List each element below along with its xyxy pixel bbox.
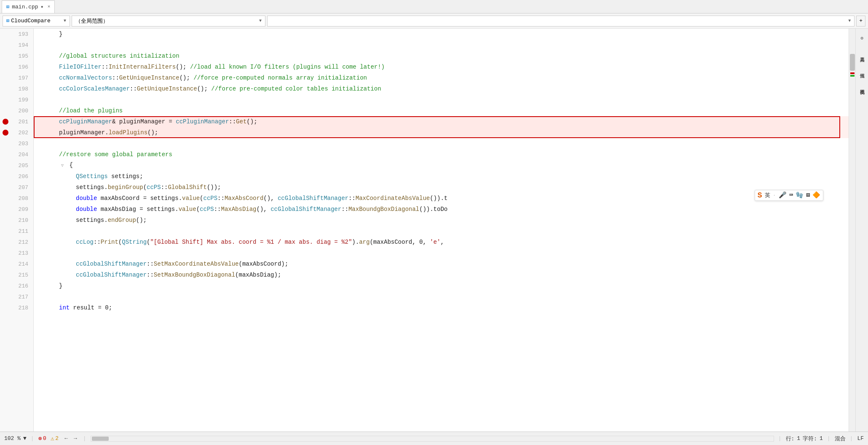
line-num-216: 216 [0, 280, 33, 291]
breakpoint-201[interactable] [3, 119, 8, 125]
horizontal-scroll-thumb[interactable] [92, 437, 109, 441]
nav-forward-button[interactable]: → [72, 435, 79, 442]
code-line-206[interactable]: QSettings settings; [34, 171, 849, 182]
line-num-193: 193 [0, 29, 33, 40]
line-num-207: 207 [0, 182, 33, 193]
line-num-208: 208 [0, 193, 33, 204]
tab-bar: ⊞ main.cpp ● × [0, 0, 868, 13]
line-num-197: 197 [0, 72, 33, 83]
file-dropdown-arrow: ▼ [64, 19, 66, 23]
tab-modified-indicator: ● [41, 5, 43, 9]
code-line-218[interactable]: int result = 0; [34, 302, 849, 313]
add-button[interactable]: + [856, 16, 865, 27]
editor-container: 193 194 195 196 197 198 199 200 201 202 … [0, 29, 868, 432]
sougou-skin-icon[interactable]: 🔶 [812, 191, 820, 199]
code-line-213[interactable] [34, 248, 849, 258]
toolbar: ⊞ CloudCompare ▼ （全局范围） ▼ ▼ + [0, 13, 868, 29]
code-line-207[interactable]: settings.beginGroup(ccPS::GlobalShift())… [34, 182, 849, 193]
code-line-199[interactable] [34, 94, 849, 105]
line-num-214: 214 [0, 258, 33, 269]
line-num-198: 198 [0, 83, 33, 94]
line-num-213: 213 [0, 248, 33, 258]
zoom-level[interactable]: 102 % [4, 435, 21, 442]
line-num-195: 195 [0, 51, 33, 61]
scope-dropdown[interactable]: （全局范围） ▼ [72, 16, 265, 27]
col-number: 1 [820, 435, 823, 442]
line-num-204: 204 [0, 149, 33, 160]
error-section: ⊗ 0 [38, 435, 46, 442]
sep2: | [83, 435, 86, 442]
line-num-215: 215 [0, 269, 33, 280]
line-num-210: 210 [0, 215, 33, 226]
code-line-212[interactable]: ccLog::Print(QString("[Global Shift] Max… [34, 237, 849, 248]
encoding-label[interactable]: 混合 [835, 435, 846, 442]
zoom-dropdown-arrow[interactable]: ▼ [23, 435, 27, 442]
line-num-194: 194 [0, 40, 33, 51]
col-label: 字符: [803, 435, 817, 442]
sougou-lang: 英 [765, 192, 770, 199]
line-num-206: 206 [0, 171, 33, 182]
method-dropdown-arrow: ▼ [848, 19, 851, 23]
line-ending-label[interactable]: LF [857, 435, 864, 442]
code-line-215[interactable]: ccGlobalShiftManager::SetMaxBoundgBoxDia… [34, 269, 849, 280]
code-line-193[interactable]: } [34, 29, 849, 40]
code-line-198[interactable]: ccColorScalesManager::GetUniqueInstance(… [34, 83, 849, 94]
method-dropdown[interactable]: ▼ [267, 16, 855, 27]
code-line-202[interactable]: pluginManager.loadPlugins(); [34, 127, 849, 138]
line-num-201: 201 [0, 116, 33, 127]
code-line-196[interactable]: FileIOFilter::InitInternalFilters(); //l… [34, 61, 849, 72]
fold-arrow-205[interactable]: ▽ [59, 163, 66, 169]
sougou-emoji-icon[interactable]: 🧤 [796, 191, 804, 199]
sep4: | [827, 435, 830, 442]
position-section: 行: 1 字符: 1 [786, 435, 823, 442]
file-dropdown-label: CloudCompare [11, 18, 51, 24]
vertical-scrollbar[interactable] [849, 29, 855, 432]
code-line-205[interactable]: ▽ { [34, 160, 849, 171]
sep3: | [778, 435, 782, 442]
error-icon: ⊗ [38, 435, 42, 442]
code-line-201[interactable]: ccPluginManager& pluginManager = ccPlugi… [34, 116, 849, 127]
tab-close-button[interactable]: × [48, 4, 51, 9]
code-line-216[interactable]: } [34, 280, 849, 291]
code-line-203[interactable] [34, 138, 849, 149]
scroll-thumb[interactable] [850, 54, 855, 71]
code-line-200[interactable]: //load the plugins [34, 105, 849, 116]
warning-count: 2 [55, 435, 59, 442]
line-num-217: 217 [0, 291, 33, 302]
code-line-194[interactable] [34, 40, 849, 51]
code-area[interactable]: S 英 · 🎤 ⌨ 🧤 ⊞ 🔶 } //global structures in… [34, 29, 849, 432]
zoom-section: 102 % ▼ [4, 435, 27, 442]
sep1: | [31, 435, 34, 442]
code-line-209[interactable]: double maxAbsDiag = settings.value(ccPS:… [34, 204, 849, 215]
right-panel-btn-2[interactable]: 工具箱 [857, 49, 867, 59]
main-cpp-tab[interactable]: ⊞ main.cpp ● × [2, 0, 55, 13]
line-num-205: 205 [0, 160, 33, 171]
nav-back-button[interactable]: ← [63, 435, 70, 442]
horizontal-scrollbar[interactable] [91, 436, 774, 442]
sougou-mic-icon[interactable]: 🎤 [779, 191, 787, 199]
add-icon: + [859, 18, 863, 24]
error-count: 0 [43, 435, 46, 442]
line-numbers: 193 194 195 196 197 198 199 200 201 202 … [0, 29, 34, 432]
sougou-keyboard-icon[interactable]: ⌨ [789, 191, 793, 199]
code-line-204[interactable]: //restore some global parameters [34, 149, 849, 160]
code-line-210[interactable]: settings.endGroup(); [34, 215, 849, 226]
right-panel-btn-4[interactable]: 类视图 [857, 81, 867, 91]
sougou-toolbar: S 英 · 🎤 ⌨ 🧤 ⊞ 🔶 [755, 190, 823, 201]
breakpoint-202[interactable] [3, 130, 8, 136]
right-panel-btn-3[interactable]: 属性 [857, 65, 867, 75]
right-panel-btn-1[interactable]: ⚙ [857, 33, 867, 43]
code-line-197[interactable]: ccNormalVectors::GetUniqueInstance(); //… [34, 72, 849, 83]
code-line-211[interactable] [34, 226, 849, 237]
file-dropdown[interactable]: ⊞ CloudCompare ▼ [3, 16, 70, 27]
code-line-208[interactable]: double maxAbsCoord = settings.value(ccPS… [34, 193, 849, 204]
code-line-195[interactable]: //global structures initialization [34, 51, 849, 61]
warning-icon: ⚠ [51, 435, 54, 442]
line-number: 1 [797, 435, 800, 442]
sougou-grid-icon[interactable]: ⊞ [806, 191, 810, 199]
code-line-217[interactable] [34, 291, 849, 302]
code-line-214[interactable]: ccGlobalShiftManager::SetMaxCoordinateAb… [34, 258, 849, 269]
line-num-200: 200 [0, 105, 33, 116]
scope-dropdown-arrow: ▼ [259, 19, 262, 23]
file-icon: ⊞ [6, 4, 9, 10]
